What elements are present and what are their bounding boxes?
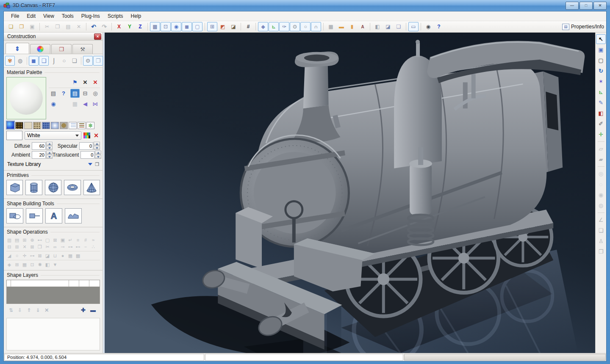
color-grid-button[interactable] xyxy=(83,132,90,138)
paint-bucket-tool[interactable]: ◧ xyxy=(596,108,606,118)
vehicle-button[interactable]: ▬ xyxy=(336,22,347,31)
shape-layers-header[interactable] xyxy=(6,280,100,287)
add-layer-button[interactable]: ✚ xyxy=(81,307,86,313)
shape-op-button[interactable]: ◈ xyxy=(6,262,12,267)
texture-gold-noise-tab[interactable] xyxy=(15,122,23,129)
shape-op-button[interactable]: ⊕ xyxy=(29,237,35,243)
shape-op-button[interactable]: ≡ xyxy=(75,237,81,243)
shape-op-button[interactable]: ▦ xyxy=(67,253,73,259)
material-database-button[interactable]: ⊟ xyxy=(80,89,90,98)
ambient-field[interactable] xyxy=(32,151,46,159)
select-arrow-tool[interactable]: ↖ xyxy=(596,34,606,44)
layered-material-button[interactable]: ▤ xyxy=(70,89,80,98)
diffuse-field[interactable] xyxy=(32,142,46,150)
checker-map-button[interactable]: ▦ xyxy=(70,99,80,108)
render-screen-button[interactable]: ⊡ xyxy=(161,22,171,31)
spin-down-icon[interactable] xyxy=(46,146,53,150)
spin-down-icon[interactable] xyxy=(95,155,101,159)
copy-shape-tool[interactable]: ❏ xyxy=(596,226,606,235)
magic-wand-tool[interactable]: ✶ xyxy=(596,77,606,86)
minimize-button[interactable]: — xyxy=(566,2,579,10)
rotate-view-tool[interactable]: ↻ xyxy=(596,66,606,76)
snapshot-button[interactable]: ◉ xyxy=(423,22,433,31)
single-view-button[interactable]: ▭ xyxy=(408,22,419,31)
shape-op-button[interactable]: ⊞ xyxy=(14,244,20,250)
render-smooth-button[interactable]: ◉ xyxy=(171,22,181,31)
shape-op-button[interactable]: ⊞ xyxy=(14,262,20,267)
figure-tool[interactable]: ♙ xyxy=(596,236,606,246)
axis-z-button[interactable]: Z xyxy=(135,22,145,31)
shape-op-button[interactable]: ∞ xyxy=(52,244,58,250)
shape-op-button[interactable]: ◪ xyxy=(44,253,50,259)
menu-item[interactable]: Help xyxy=(127,12,145,20)
shape-op-button[interactable]: ⊞ xyxy=(22,237,28,243)
paste-button[interactable]: ▤ xyxy=(63,22,73,31)
image-bg-button[interactable]: ◪ xyxy=(383,22,393,31)
group-object-tool[interactable]: ▰ xyxy=(596,154,606,164)
menu-item[interactable]: Plug-Ins xyxy=(78,12,104,20)
scale-object-tool[interactable]: ▱ xyxy=(596,144,606,154)
flag-icon[interactable]: ⚑ xyxy=(70,78,80,87)
shape-op-button[interactable]: ⊶ xyxy=(67,244,73,250)
shape-op-button[interactable]: # xyxy=(83,237,89,243)
torus-primitive-button[interactable] xyxy=(64,180,80,195)
shape-op-button[interactable]: ⊡ xyxy=(29,262,35,267)
texture-coin-tab[interactable] xyxy=(60,122,68,129)
text-tool-button[interactable]: A xyxy=(45,208,62,223)
marquee-select-tool[interactable]: ▢ xyxy=(596,55,606,65)
bool-split-tool[interactable]: ◍ xyxy=(596,201,606,210)
spin-up-icon[interactable] xyxy=(46,151,53,154)
texture-color-list-tab[interactable] xyxy=(78,122,86,129)
eyedropper-tool[interactable]: ✐ xyxy=(596,119,606,129)
insert-object-button[interactable]: ❑ xyxy=(39,56,49,66)
maximize-button[interactable]: □ xyxy=(580,2,593,10)
dark-texture-cube-button[interactable]: ◪ xyxy=(228,22,238,31)
undo-button[interactable]: ↶ xyxy=(89,22,99,31)
specular-field[interactable] xyxy=(79,142,93,150)
settings-gear-button[interactable]: ⚙ xyxy=(83,56,93,66)
mirror-left-button[interactable]: ◀ xyxy=(80,99,90,108)
texture-cube-button[interactable]: ◩ xyxy=(218,22,228,31)
shape-op-button[interactable]: ↵ xyxy=(67,237,73,243)
show-cameras-button[interactable]: ⊙ xyxy=(290,22,300,31)
title-bar[interactable]: 3D Canvas - RTF7 — □ ✕ xyxy=(0,0,610,11)
menu-item[interactable]: Scripts xyxy=(104,12,127,20)
cube-primitive-button[interactable] xyxy=(6,180,23,195)
close-button[interactable]: ✕ xyxy=(593,2,607,10)
axis-widget-tool[interactable]: ⊾ xyxy=(596,87,606,97)
anchor-button[interactable]: A xyxy=(358,22,368,31)
texture-blue-tab[interactable] xyxy=(6,121,14,129)
move-layer-up-button[interactable]: ⇑ xyxy=(27,307,31,313)
tab-materials[interactable] xyxy=(30,44,50,54)
shape-op-button[interactable]: ▢ xyxy=(44,237,50,243)
tab-navigate[interactable]: ⇕ xyxy=(6,43,29,54)
delete-material-button[interactable]: ✕ xyxy=(91,78,100,87)
render-wireframe-button[interactable]: ▢ xyxy=(192,22,202,31)
shape-op-button[interactable]: ✺ xyxy=(37,262,43,267)
vertex-edit-tool[interactable]: ∠ xyxy=(596,215,606,225)
cube-snap-tool[interactable]: ❐ xyxy=(596,247,606,256)
panel-close-icon[interactable]: ✕ xyxy=(94,33,101,40)
bool-subtract-tool[interactable]: ◌ xyxy=(596,179,606,189)
extrude-tool-button[interactable] xyxy=(26,208,43,223)
shape-op-button[interactable]: ✛ xyxy=(22,253,28,259)
menu-item[interactable]: View xyxy=(39,12,58,20)
sphere-map-button[interactable]: ◉ xyxy=(49,99,58,108)
import-layer-button[interactable]: ⇩ xyxy=(18,307,22,313)
image-stack-button[interactable]: ❏ xyxy=(69,56,79,66)
gradient-bg-button[interactable]: ◧ xyxy=(372,22,383,31)
show-paths-button[interactable]: ∩ xyxy=(311,22,321,31)
cylinder-primitive-button[interactable] xyxy=(25,180,42,195)
shape-op-button[interactable]: ◢ xyxy=(6,253,12,259)
bool-union-tool[interactable]: ◎ xyxy=(596,169,606,179)
capsule-button[interactable]: ▮ xyxy=(347,22,357,31)
material-help-button[interactable]: ? xyxy=(59,89,68,98)
material-stack-button[interactable]: ◍ xyxy=(15,56,25,66)
shape-op-button[interactable]: ⊠ xyxy=(52,237,58,243)
shape-op-button[interactable]: ⊷ xyxy=(75,244,81,250)
cone-primitive-button[interactable] xyxy=(83,180,100,195)
properties-info-button[interactable]: ▤ Properties/Info xyxy=(562,24,604,30)
paintbrush-tool[interactable]: ✎ xyxy=(596,98,606,108)
layers-button[interactable]: ❐ xyxy=(93,56,103,66)
shape-op-button[interactable]: ❐ xyxy=(37,244,43,250)
